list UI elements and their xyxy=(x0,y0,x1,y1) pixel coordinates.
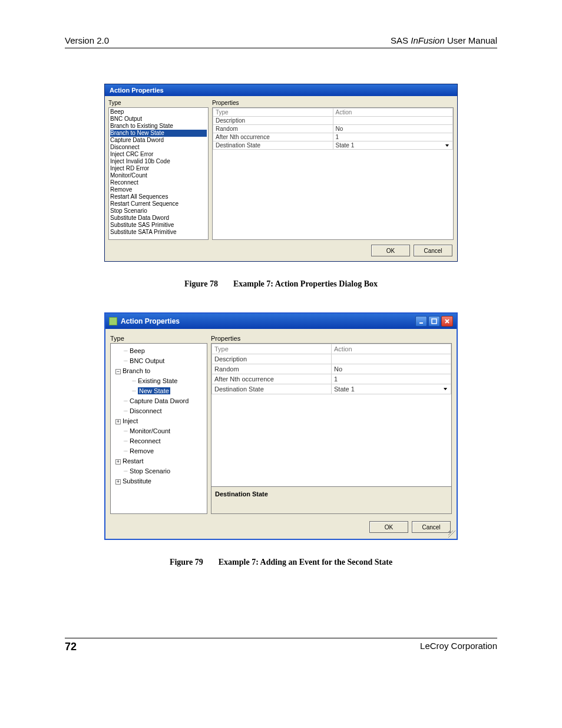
dialog-title: Action Properties xyxy=(105,84,457,96)
property-key: After Nth occurrence xyxy=(213,133,333,141)
property-key: Random xyxy=(213,125,333,133)
chevron-down-icon[interactable] xyxy=(444,388,447,390)
type-list-item[interactable]: Inject RD Error xyxy=(110,165,207,172)
type-list-item[interactable]: Branch to New State xyxy=(110,130,207,137)
tree-node[interactable]: ┈ Monitor/Count xyxy=(112,426,206,436)
cancel-button[interactable]: Cancel xyxy=(414,245,452,256)
cancel-button[interactable]: Cancel xyxy=(412,521,451,533)
property-key: Random xyxy=(212,364,332,374)
type-list-item[interactable]: Inject Invalid 10b Code xyxy=(110,158,207,165)
property-key: Type xyxy=(212,344,332,354)
property-value[interactable]: Action xyxy=(333,108,453,117)
property-key: Type xyxy=(213,108,333,117)
properties-grid[interactable]: TypeActionDescriptionRandomNoAfter Nth o… xyxy=(211,343,452,487)
company-name: LeCroy Corporation xyxy=(420,641,497,653)
figure-78-caption: Figure 78Example 7: Action Properties Di… xyxy=(65,279,497,289)
type-list-item[interactable]: Reconnect xyxy=(110,179,207,186)
maximize-button[interactable] xyxy=(428,316,440,327)
property-description-pane: Destination State xyxy=(211,487,452,514)
dialog-title: Action Properties xyxy=(105,314,457,329)
svg-rect-1 xyxy=(432,319,437,324)
property-value[interactable]: 1 xyxy=(333,133,453,141)
property-value[interactable] xyxy=(332,354,451,364)
type-list-item[interactable]: Restart All Sequences xyxy=(110,193,207,200)
tree-node[interactable]: ┈ New State xyxy=(112,386,206,396)
type-list-item[interactable]: Monitor/Count xyxy=(110,172,207,179)
type-list-item[interactable]: Capture Data Dword xyxy=(110,137,207,144)
figure-79-caption: Figure 79Example 7: Adding an Event for … xyxy=(65,558,497,567)
header-version: Version 2.0 xyxy=(65,35,109,45)
type-list-item[interactable]: Stop Scenario xyxy=(110,207,207,215)
tree-node[interactable]: −Branch to xyxy=(112,366,206,376)
tree-node[interactable]: ┈ Capture Data Dword xyxy=(112,396,206,406)
expand-icon[interactable]: + xyxy=(115,479,121,485)
tree-node[interactable]: ┈ Remove xyxy=(112,446,206,456)
action-properties-dialog-2: Action Properties Type ┈ Beep┈ BNC Outpu… xyxy=(104,312,458,540)
tree-node[interactable]: ┈ BNC Output xyxy=(112,356,206,366)
type-label: Type xyxy=(108,100,209,106)
tree-node[interactable]: +Restart xyxy=(112,456,206,466)
header-title: SAS InFusion User Manual xyxy=(391,35,497,45)
properties-grid[interactable]: TypeActionDescriptionRandomNoAfter Nth o… xyxy=(212,107,454,240)
tree-node[interactable]: ┈ Reconnect xyxy=(112,436,206,446)
type-list-item[interactable]: Branch to Existing State xyxy=(110,123,207,130)
collapse-icon[interactable]: − xyxy=(115,369,121,374)
type-list-item[interactable]: Inject CRC Error xyxy=(110,151,207,158)
page-footer: 72 LeCroy Corporation xyxy=(65,638,497,653)
expand-icon[interactable]: + xyxy=(115,419,121,424)
tree-node[interactable]: +Substitute xyxy=(112,476,206,486)
tree-node[interactable]: ┈ Existing State xyxy=(112,376,206,386)
tree-node[interactable]: ┈ Disconnect xyxy=(112,406,206,416)
type-tree[interactable]: ┈ Beep┈ BNC Output−Branch to┈ Existing S… xyxy=(110,343,207,514)
type-list-item[interactable]: Disconnect xyxy=(110,144,207,151)
property-key: Description xyxy=(212,354,332,364)
property-value[interactable]: State 1 xyxy=(332,384,451,394)
type-list-item[interactable]: Restart Current Sequence xyxy=(110,200,207,207)
minimize-button[interactable] xyxy=(415,316,427,327)
close-button[interactable] xyxy=(441,316,453,327)
type-list-item[interactable]: Substitute SAS Primitive xyxy=(110,222,207,229)
property-key: Destination State xyxy=(212,384,332,394)
property-value[interactable]: 1 xyxy=(332,374,451,384)
property-value[interactable]: No xyxy=(332,364,451,374)
type-list-item[interactable]: BNC Output xyxy=(110,116,207,123)
type-list[interactable]: BeepBNC OutputBranch to Existing StateBr… xyxy=(108,107,209,240)
app-icon xyxy=(109,317,117,325)
property-value[interactable]: Action xyxy=(332,344,451,354)
type-list-item[interactable]: Substitute SATA Primitive xyxy=(110,229,207,236)
type-label: Type xyxy=(110,335,207,342)
property-value[interactable] xyxy=(333,117,453,125)
tree-node[interactable]: ┈ Beep xyxy=(112,346,206,356)
property-key: After Nth occurrence xyxy=(212,374,332,384)
ok-button[interactable]: OK xyxy=(369,521,408,533)
properties-label: Properties xyxy=(212,100,454,106)
expand-icon[interactable]: + xyxy=(115,459,121,465)
properties-label: Properties xyxy=(211,335,452,342)
page-number: 72 xyxy=(65,641,77,653)
chevron-down-icon[interactable] xyxy=(445,144,449,147)
property-key: Destination State xyxy=(213,141,333,150)
type-list-item[interactable]: Remove xyxy=(110,186,207,193)
tree-node[interactable]: ┈ Stop Scenario xyxy=(112,466,206,476)
tree-node[interactable]: +Inject xyxy=(112,416,206,426)
ok-button[interactable]: OK xyxy=(371,245,410,256)
property-value[interactable]: State 1 xyxy=(333,141,453,150)
type-list-item[interactable]: Beep xyxy=(110,108,207,116)
page-header: Version 2.0 SAS InFusion User Manual xyxy=(65,35,497,48)
property-key: Description xyxy=(213,117,333,125)
action-properties-dialog-1: Action Properties Type BeepBNC OutputBra… xyxy=(104,84,458,262)
property-value[interactable]: No xyxy=(333,125,453,133)
type-list-item[interactable]: Substitute Data Dword xyxy=(110,215,207,222)
